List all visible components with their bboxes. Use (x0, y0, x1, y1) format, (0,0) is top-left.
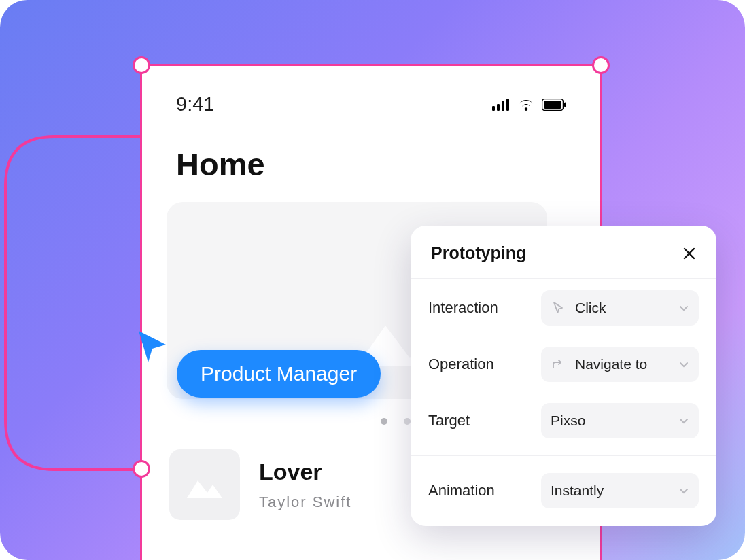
svg-rect-5 (544, 101, 561, 109)
field-label: Interaction (428, 299, 498, 317)
svg-rect-6 (564, 102, 566, 107)
resize-handle[interactable] (133, 460, 150, 478)
resize-handle[interactable] (592, 56, 610, 74)
dot[interactable] (381, 418, 387, 425)
resize-handle[interactable] (133, 56, 150, 74)
song-artist: Taylor Swift (259, 493, 351, 511)
collaborator-label: Product Manager (177, 350, 381, 398)
target-select[interactable]: Pixso (541, 403, 699, 438)
close-icon (682, 247, 696, 260)
panel-title: Prototyping (431, 243, 526, 263)
select-value: Pixso (551, 413, 585, 429)
select-value: Navigate to (575, 356, 647, 372)
canvas-stage: 9:41 Home Lover Taylor Swift (0, 0, 745, 560)
battery-icon (542, 99, 566, 111)
svg-rect-3 (506, 99, 509, 111)
dot[interactable] (404, 418, 411, 425)
operation-select[interactable]: Navigate to (541, 347, 699, 382)
cellular-icon (492, 99, 510, 111)
chevron-down-icon (678, 415, 689, 426)
prototyping-panel: Prototyping Interaction Click Operation … (411, 226, 716, 526)
chevron-down-icon (678, 485, 689, 496)
navigate-icon (551, 357, 566, 372)
close-button[interactable] (682, 247, 696, 260)
field-label: Target (428, 412, 470, 430)
select-value: Click (575, 300, 606, 316)
select-value: Instantly (551, 483, 604, 499)
song-title: Lover (259, 459, 351, 485)
cursor-icon (136, 328, 169, 364)
song-thumbnail (169, 449, 240, 520)
field-label: Operation (428, 355, 494, 373)
page-title: Home (142, 116, 600, 202)
svg-rect-0 (492, 106, 495, 111)
chevron-down-icon (678, 302, 689, 313)
image-placeholder-icon (187, 471, 222, 498)
status-bar: 9:41 (142, 66, 600, 116)
collaborator-cursor: Product Manager (136, 328, 381, 398)
svg-rect-1 (497, 104, 500, 111)
field-label: Animation (428, 482, 495, 500)
status-time: 9:41 (176, 93, 214, 116)
cursor-click-icon (551, 300, 566, 315)
interaction-select[interactable]: Click (541, 290, 699, 326)
chevron-down-icon (678, 359, 689, 370)
svg-rect-2 (502, 101, 504, 111)
divider (411, 455, 716, 456)
wifi-icon (517, 98, 535, 111)
animation-select[interactable]: Instantly (541, 473, 699, 508)
